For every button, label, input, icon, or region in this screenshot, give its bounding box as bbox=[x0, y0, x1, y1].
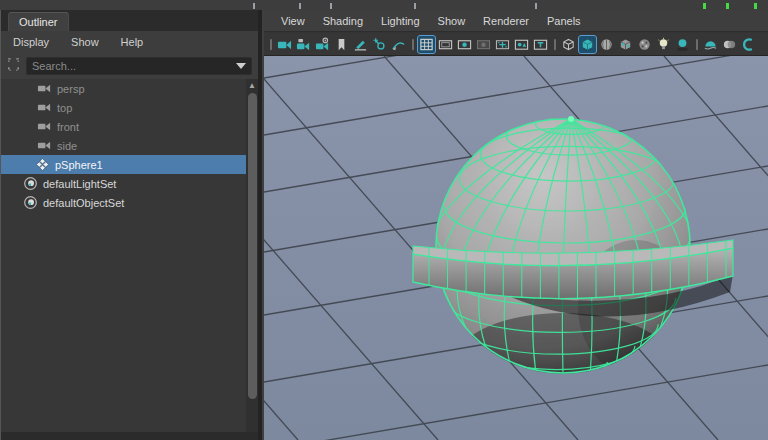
viewport-canvas[interactable] bbox=[264, 56, 768, 440]
outliner-item-front[interactable]: front bbox=[1, 117, 247, 136]
outliner-item-label: defaultLightSet bbox=[43, 178, 116, 190]
set-icon bbox=[23, 195, 38, 210]
outliner-menubar: Display Show Help bbox=[1, 31, 258, 53]
outliner-item-side[interactable]: side bbox=[1, 136, 247, 155]
shelf-tick bbox=[253, 3, 255, 9]
field-chart-icon[interactable] bbox=[494, 36, 511, 53]
pen-curve-icon[interactable] bbox=[390, 36, 407, 53]
set-icon bbox=[23, 176, 38, 191]
outliner-panel: Outliner Display Show Help persp top bbox=[0, 10, 258, 440]
outliner-item-persp[interactable]: persp bbox=[1, 79, 247, 98]
shadow-sphere-icon[interactable] bbox=[674, 36, 691, 53]
grease-pencil-icon[interactable] bbox=[352, 36, 369, 53]
outliner-tab-bar: Outliner bbox=[1, 10, 258, 31]
outliner-scrollbar[interactable]: ▲ bbox=[246, 79, 258, 440]
shelf-tick bbox=[535, 3, 537, 9]
resolution-gate-icon[interactable] bbox=[456, 36, 473, 53]
camera-icon bbox=[37, 119, 52, 134]
grip-icon[interactable] bbox=[693, 36, 700, 53]
menu-panels[interactable]: Panels bbox=[538, 15, 590, 27]
outliner-item-label: top bbox=[57, 102, 72, 114]
pole-highlight bbox=[568, 116, 574, 122]
safe-title-icon[interactable] bbox=[532, 36, 549, 53]
grid-icon[interactable] bbox=[418, 36, 435, 53]
outliner-bottom-strip bbox=[1, 432, 259, 440]
shelf-tick-green bbox=[754, 3, 757, 9]
outliner-item-defaultlightset[interactable]: defaultLightSet bbox=[1, 174, 247, 193]
shaded-cube-icon[interactable] bbox=[579, 36, 596, 53]
shelf-tick-green bbox=[726, 3, 729, 9]
grip-icon[interactable] bbox=[551, 36, 558, 53]
film-gate-icon[interactable] bbox=[437, 36, 454, 53]
viewport-toolbar bbox=[264, 33, 768, 56]
shelf-tick bbox=[299, 3, 301, 9]
outliner-item-top[interactable]: top bbox=[1, 98, 247, 117]
menu-help[interactable]: Help bbox=[121, 36, 144, 48]
camera-icon bbox=[37, 81, 52, 96]
selection-brackets-icon[interactable] bbox=[6, 57, 21, 76]
menu-lighting[interactable]: Lighting bbox=[372, 15, 429, 27]
occlusion-dome-icon[interactable] bbox=[702, 36, 719, 53]
camera-attributes-icon[interactable] bbox=[314, 36, 331, 53]
outliner-item-label: pSphere1 bbox=[55, 159, 103, 171]
pan-zoom-icon[interactable] bbox=[371, 36, 388, 53]
grip-icon[interactable] bbox=[267, 36, 274, 53]
lock-camera-icon[interactable] bbox=[295, 36, 312, 53]
shelf-tick-green bbox=[703, 3, 706, 9]
outliner-list: persp top front side bbox=[1, 79, 247, 440]
anti-alias-icon[interactable] bbox=[740, 36, 757, 53]
menu-view[interactable]: View bbox=[272, 15, 314, 27]
menu-show[interactable]: Show bbox=[429, 15, 475, 27]
shelf-tick bbox=[414, 3, 416, 9]
motion-blur-icon[interactable] bbox=[721, 36, 738, 53]
poly-mesh-icon bbox=[35, 157, 50, 172]
menu-shading[interactable]: Shading bbox=[314, 15, 372, 27]
outliner-item-psphere1[interactable]: pSphere1 bbox=[1, 155, 247, 174]
scrollbar-thumb[interactable] bbox=[248, 93, 257, 399]
outliner-item-defaultobjectset[interactable]: defaultObjectSet bbox=[1, 193, 247, 212]
light-bulb-icon[interactable] bbox=[655, 36, 672, 53]
search-input[interactable] bbox=[32, 60, 236, 72]
chevron-down-icon[interactable] bbox=[236, 63, 246, 69]
outliner-item-label: persp bbox=[57, 83, 85, 95]
select-camera-icon[interactable] bbox=[276, 36, 293, 53]
menu-show[interactable]: Show bbox=[71, 36, 99, 48]
scrollbar-up-arrow-icon[interactable]: ▲ bbox=[246, 80, 258, 92]
textured-cube-icon[interactable] bbox=[617, 36, 634, 53]
grip-icon[interactable] bbox=[409, 36, 416, 53]
outliner-item-label: front bbox=[57, 121, 79, 133]
gate-mask-icon[interactable] bbox=[475, 36, 492, 53]
outliner-search-row bbox=[1, 53, 258, 79]
top-shelf-strip bbox=[0, 0, 768, 10]
menu-renderer[interactable]: Renderer bbox=[474, 15, 538, 27]
viewport-menubar: View Shading Lighting Show Renderer Pane… bbox=[264, 10, 768, 32]
viewport-panel: View Shading Lighting Show Renderer Pane… bbox=[264, 10, 768, 440]
wireframe-on-shaded-icon[interactable] bbox=[598, 36, 615, 53]
safe-action-icon[interactable] bbox=[513, 36, 530, 53]
camera-icon bbox=[37, 100, 52, 115]
wireframe-cube-icon[interactable] bbox=[560, 36, 577, 53]
outliner-item-label: side bbox=[57, 140, 77, 152]
checker-sphere-icon[interactable] bbox=[636, 36, 653, 53]
tab-outliner[interactable]: Outliner bbox=[8, 12, 69, 32]
camera-icon bbox=[37, 138, 52, 153]
search-field[interactable] bbox=[26, 57, 252, 75]
bookmark-icon[interactable] bbox=[333, 36, 350, 53]
outliner-item-label: defaultObjectSet bbox=[43, 197, 124, 209]
shelf-tick bbox=[330, 3, 332, 9]
menu-display[interactable]: Display bbox=[13, 36, 49, 48]
